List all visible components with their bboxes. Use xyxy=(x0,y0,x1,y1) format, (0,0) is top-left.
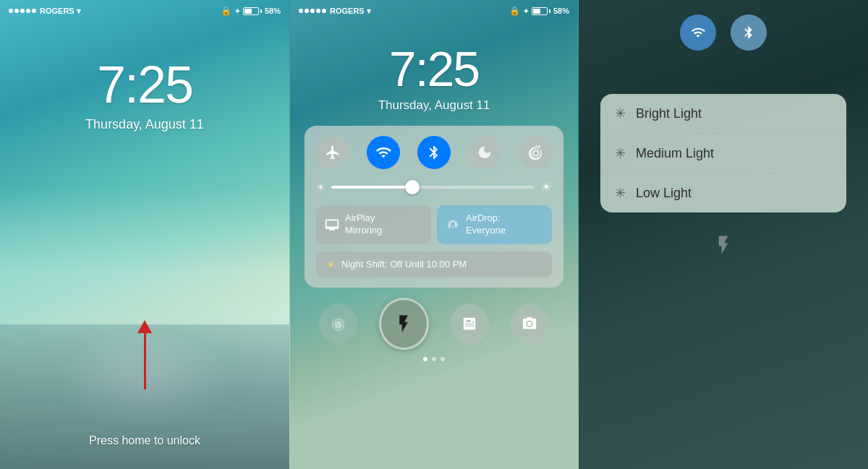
battery-percentage-2: 58% xyxy=(553,7,569,15)
lock-screen-panel: ROGERS ▾ 🔒 ✦ 58% 7:25 Thursday, August 1… xyxy=(0,0,289,469)
status-left-2: ROGERS ▾ xyxy=(299,7,371,16)
page-dot-2 xyxy=(432,357,436,361)
clock-time-2: 7:25 xyxy=(290,40,578,97)
night-shift-icon: ☀ xyxy=(326,259,336,270)
airplay-airdrop-row: AirPlay Mirroring AirDrop: Everyone xyxy=(316,205,552,244)
rotation-lock-toggle[interactable] xyxy=(519,136,552,169)
clock-display-2: 7:25 Thursday, August 11 xyxy=(290,40,578,113)
page-dot-3 xyxy=(441,357,445,361)
bluetooth-icon-2: ✦ xyxy=(523,7,529,15)
page-dots xyxy=(290,357,578,361)
battery-fill xyxy=(244,9,252,14)
clock-date: Thursday, August 11 xyxy=(0,117,289,132)
signal-dot-2-2 xyxy=(305,9,309,13)
status-bar: ROGERS ▾ 🔒 ✦ 58% xyxy=(0,0,289,19)
camera-button[interactable] xyxy=(511,304,549,344)
signal-dot-2-3 xyxy=(310,9,315,13)
do-not-disturb-toggle[interactable] xyxy=(468,136,501,169)
clock-display: 7:25 Thursday, August 11 xyxy=(0,55,289,132)
airplay-mirroring-button[interactable]: AirPlay Mirroring xyxy=(316,205,431,244)
battery-body xyxy=(243,7,259,15)
low-light-icon: ✳ xyxy=(615,185,626,201)
swipe-up-arrow xyxy=(137,320,152,390)
brightness-min-icon: ☀ xyxy=(316,181,326,193)
svg-point-0 xyxy=(527,322,532,326)
page-dot-1 xyxy=(423,357,427,361)
camera-icon xyxy=(522,316,537,332)
toggle-row xyxy=(316,136,552,169)
top-buttons-row xyxy=(579,0,868,51)
signal-dot-5 xyxy=(32,9,36,13)
clock-time: 7:25 xyxy=(0,55,289,114)
wifi-icon-2: ▾ xyxy=(367,7,371,16)
brightness-slider[interactable]: ☀ ☀ xyxy=(316,179,552,195)
low-light-label: Low Light xyxy=(636,186,692,201)
battery-percentage: 58% xyxy=(265,7,281,15)
bright-light-option[interactable]: ✳ Bright Light xyxy=(600,94,846,134)
lock-icon-2: 🔒 xyxy=(509,6,520,16)
press-home-label: Press home to unlock xyxy=(0,434,289,447)
brightness-thumb[interactable] xyxy=(405,180,420,194)
calculator-icon xyxy=(461,316,477,332)
wifi-icon: ▾ xyxy=(77,7,81,16)
calculator-button[interactable] xyxy=(451,304,489,344)
bluetooth-toggle[interactable] xyxy=(417,136,451,169)
low-light-option[interactable]: ✳ Low Light xyxy=(600,173,846,212)
control-center-panel: ROGERS ▾ 🔒 ✦ 58% 7:25 Thursday, August 1… xyxy=(289,0,579,469)
bright-light-label: Bright Light xyxy=(636,106,702,121)
signal-dot-2-5 xyxy=(322,9,326,13)
status-bar-2: ROGERS ▾ 🔒 ✦ 58% xyxy=(290,0,578,19)
status-right: 🔒 ✦ 58% xyxy=(221,6,281,16)
signal-dot-2 xyxy=(14,9,19,13)
lock-icon: 🔒 xyxy=(221,6,231,16)
bottom-torch-icon xyxy=(712,234,734,256)
airdrop-icon xyxy=(446,218,460,232)
bottom-left-button[interactable]: ◉ xyxy=(319,304,357,344)
battery-indicator-2: 58% xyxy=(532,7,569,15)
signal-dot-1 xyxy=(9,9,13,13)
medium-light-option[interactable]: ✳ Medium Light xyxy=(600,134,846,173)
flashlight-brightness-menu: ✳ Bright Light ✳ Medium Light ✳ Low Ligh… xyxy=(600,94,846,212)
signal-dot-2-1 xyxy=(299,9,303,13)
top-blue-button-2[interactable] xyxy=(731,14,767,51)
top-icon-2 xyxy=(741,25,756,40)
clock-date-2: Thursday, August 11 xyxy=(290,98,578,113)
brightness-fill xyxy=(331,186,412,189)
night-shift-label: Night Shift: Off Until 10:00 PM xyxy=(341,259,467,270)
battery-body-2 xyxy=(532,7,548,15)
signal-dot-2-4 xyxy=(316,9,320,13)
night-shift-button[interactable]: ☀ Night Shift: Off Until 10:00 PM xyxy=(316,251,552,277)
signal-dot-3 xyxy=(20,9,25,13)
bluetooth-icon: ✦ xyxy=(234,7,240,15)
medium-light-label: Medium Light xyxy=(636,146,714,161)
battery-tip-2 xyxy=(549,9,550,13)
battery-indicator: 58% xyxy=(243,7,281,15)
wifi-toggle[interactable] xyxy=(367,136,400,169)
carrier-name-2: ROGERS xyxy=(330,7,365,15)
flashlight-options-panel: ✳ Bright Light ✳ Medium Light ✳ Low Ligh… xyxy=(579,0,868,469)
airdrop-button[interactable]: AirDrop: Everyone xyxy=(437,205,552,244)
arrow-shaft xyxy=(144,332,146,390)
battery-fill-2 xyxy=(533,9,540,14)
bottom-left-icon: ◉ xyxy=(331,314,345,333)
airplane-mode-toggle[interactable] xyxy=(316,136,349,169)
battery-tip xyxy=(260,9,262,13)
bright-light-icon: ✳ xyxy=(615,106,626,121)
flashlight-icon xyxy=(393,314,414,334)
carrier-name: ROGERS xyxy=(40,7,75,15)
brightness-track[interactable] xyxy=(331,186,535,189)
flashlight-button[interactable] xyxy=(379,298,429,350)
bottom-buttons-row: ◉ xyxy=(290,298,578,350)
top-blue-button-1[interactable] xyxy=(680,14,716,51)
signal-strength-2 xyxy=(299,9,326,13)
control-center-widget: ☀ ☀ AirPlay Mirroring xyxy=(305,126,563,288)
bottom-torch-area xyxy=(579,234,868,256)
signal-dot-4 xyxy=(26,9,30,13)
signal-strength xyxy=(9,9,36,13)
top-icon-1 xyxy=(691,25,705,40)
airplay-label: AirPlay Mirroring xyxy=(345,212,382,237)
status-right-2: 🔒 ✦ 58% xyxy=(509,6,569,16)
medium-light-icon: ✳ xyxy=(615,145,626,161)
brightness-max-icon: ☀ xyxy=(540,179,552,195)
airdrop-label: AirDrop: Everyone xyxy=(466,212,506,237)
